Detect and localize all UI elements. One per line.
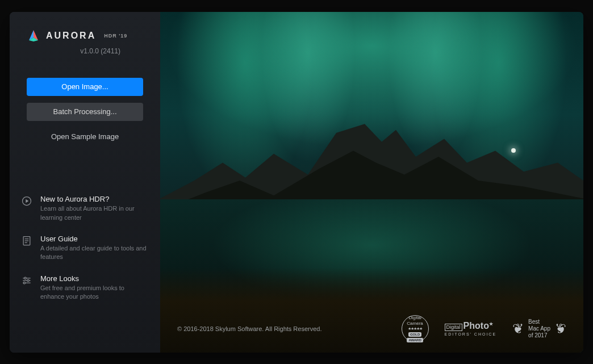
awards-row: Digital Camera ★★★★★ GOLD AWARD Digital …	[402, 315, 566, 342]
award-line: of 2017	[528, 332, 550, 339]
resource-more-looks[interactable]: More Looks Get free and premium looks to…	[21, 274, 149, 302]
svg-point-8	[27, 279, 29, 281]
play-circle-icon	[21, 195, 32, 207]
open-sample-image-button[interactable]: Open Sample Image	[27, 128, 143, 146]
moon	[511, 148, 516, 153]
app-name: AURORA	[46, 31, 96, 41]
logo-area: AURORA HDR '19 v1.0.0 (2411)	[10, 29, 160, 61]
resource-text: User Guide A detailed and clear guide to…	[40, 235, 149, 262]
resource-desc: A detailed and clear guide to tools and …	[40, 244, 149, 262]
version-label: v1.0.0 (2411)	[27, 47, 143, 55]
award-badge: AWARD	[407, 338, 423, 342]
award-digital-photo: Digital Photo ★ EDITORS' CHOICE	[445, 321, 497, 336]
award-subtitle: EDITORS' CHOICE	[445, 332, 497, 336]
resource-title: New to Aurora HDR?	[40, 195, 149, 203]
resource-title: User Guide	[40, 235, 149, 243]
award-line: Camera	[407, 321, 423, 326]
award-text: Best Mac App of 2017	[528, 319, 550, 339]
resource-user-guide[interactable]: User Guide A detailed and clear guide to…	[21, 235, 149, 262]
document-icon	[21, 235, 32, 246]
svg-point-6	[24, 277, 26, 279]
sliders-icon	[21, 275, 32, 286]
award-best-mac-app: ❦ Best Mac App of 2017 ❦	[512, 319, 566, 339]
award-brand-name: Photo	[463, 321, 489, 330]
award-line: Mac App	[528, 325, 550, 332]
hero-image: © 2016-2018 Skylum Software. All Rights …	[160, 12, 583, 353]
action-buttons: Open Image... Batch Processing... Open S…	[10, 61, 160, 146]
award-digital-camera: Digital Camera ★★★★★ GOLD AWARD	[402, 315, 429, 342]
resources-list: New to Aurora HDR? Learn all about Auror…	[10, 195, 160, 335]
resource-title: More Looks	[40, 274, 149, 283]
stars-icon: ★★★★★	[408, 327, 422, 331]
logo: AURORA HDR '19	[27, 29, 143, 43]
svg-point-10	[23, 282, 25, 283]
award-prefix: Digital	[445, 324, 462, 331]
resource-desc: Learn all about Aurora HDR in our learni…	[40, 204, 149, 222]
aurora-logo-icon	[27, 29, 40, 43]
laurel-right-icon: ❦	[555, 322, 566, 336]
resource-text: More Looks Get free and premium looks to…	[40, 274, 149, 302]
open-image-button[interactable]: Open Image...	[27, 78, 143, 96]
copyright-text: © 2016-2018 Skylum Software. All Rights …	[177, 325, 322, 332]
sidebar: AURORA HDR '19 v1.0.0 (2411) Open Image.…	[10, 12, 160, 353]
batch-processing-button[interactable]: Batch Processing...	[27, 103, 143, 121]
award-badge: GOLD	[408, 332, 421, 337]
star-icon: ★	[489, 322, 493, 327]
award-brand: Digital Photo ★	[445, 321, 493, 331]
welcome-window: AURORA HDR '19 v1.0.0 (2411) Open Image.…	[10, 12, 583, 353]
resource-desc: Get free and premium looks to enhance yo…	[40, 284, 149, 302]
footer: © 2016-2018 Skylum Software. All Rights …	[177, 315, 566, 342]
award-line: Best	[528, 319, 550, 325]
award-line: Digital	[408, 315, 421, 320]
app-suffix: HDR '19	[104, 33, 127, 39]
laurel-left-icon: ❦	[512, 322, 524, 336]
resource-text: New to Aurora HDR? Learn all about Auror…	[40, 195, 149, 222]
resource-learning-center[interactable]: New to Aurora HDR? Learn all about Auror…	[21, 195, 149, 222]
